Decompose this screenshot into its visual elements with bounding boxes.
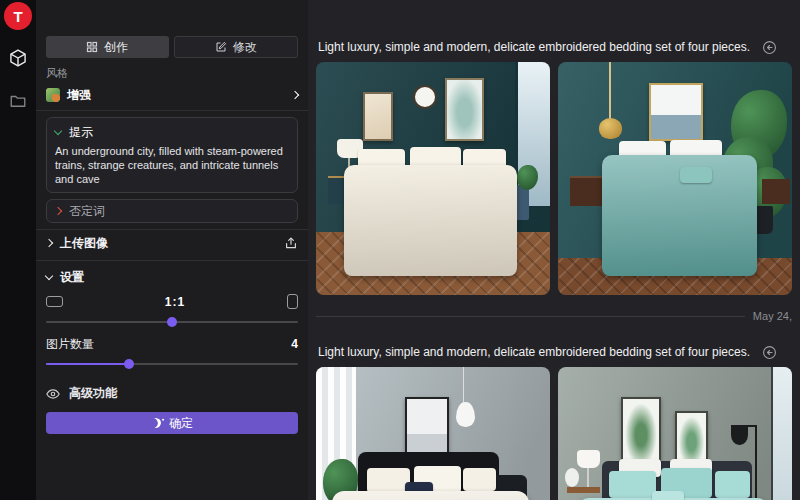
generated-image[interactable] [558,367,792,500]
image-count-label: 图片数量 [46,336,94,353]
app-logo[interactable]: T [4,2,32,30]
tab-modify-label: 修改 [233,39,257,56]
table-lamp [577,450,600,468]
left-rail: T [0,0,36,500]
image-caption: Light luxury, simple and modern, delicat… [318,40,750,54]
confirm-button[interactable]: 确定 [46,412,298,434]
divider [36,260,308,261]
floor-lamp-head [731,425,747,446]
pillow [609,471,656,499]
gallery: Light luxury, simple and modern, delicat… [308,0,800,500]
side-table [567,487,600,494]
portrait-ratio-icon[interactable] [287,294,298,309]
advanced-features-row[interactable]: 高级功能 [46,385,298,402]
pendant-cord [463,367,464,404]
folder-icon[interactable] [9,92,27,110]
style-section-label: 风格 [46,66,298,81]
image-count-value: 4 [291,337,298,351]
chevron-right-icon [54,207,62,215]
negative-prompt-box[interactable]: 否定词 [46,199,298,223]
caption-row: Light luxury, simple and modern, delicat… [316,38,792,56]
upload-icon[interactable] [284,236,298,250]
upload-label: 上传图像 [60,235,108,252]
generated-image[interactable] [558,62,792,295]
generated-image[interactable] [316,62,550,295]
wall-art [445,78,485,141]
style-selector[interactable]: 增强 [46,86,298,104]
lamp-stem [587,468,589,486]
generation-date: May 24, [753,310,792,322]
divider [36,229,308,230]
tab-modify[interactable]: 修改 [174,36,299,58]
settings-header[interactable]: 设置 [46,269,298,286]
pillow [652,491,685,500]
window [771,367,792,500]
wall-art [405,397,449,459]
prompt-header[interactable]: 提示 [55,124,289,141]
reuse-prompt-icon[interactable] [762,345,777,360]
image-count-row: 图片数量 4 [46,337,298,351]
edit-icon [215,41,227,53]
image-row [316,62,792,295]
tab-create[interactable]: 创作 [46,36,169,58]
wall-clock [413,85,437,109]
chevron-right-icon [45,239,53,247]
bed [344,165,517,277]
mode-tabs: 创作 修改 [46,36,298,58]
aspect-slider-thumb[interactable] [167,317,177,327]
bed [332,491,529,500]
settings-label: 设置 [60,269,84,286]
divider [36,110,308,111]
divider-line [316,316,745,317]
caption-row: Light luxury, simple and modern, delicat… [316,343,792,361]
advanced-label: 高级功能 [69,385,117,402]
pendant-lamp [599,118,622,139]
tab-create-label: 创作 [104,39,128,56]
aspect-ratio-value: 1:1 [63,295,287,309]
pendant-cord [609,62,611,120]
upload-image-row[interactable]: 上传图像 [46,232,298,254]
slider-fill [46,363,129,365]
chevron-down-icon [54,127,62,135]
negative-label: 否定词 [69,203,105,220]
date-divider-row: May 24, [316,309,792,323]
chevron-right-icon [291,91,299,99]
eye-icon [46,387,60,401]
count-slider-thumb[interactable] [124,359,134,369]
image-caption: Light luxury, simple and modern, delicat… [318,345,750,359]
prompt-box[interactable]: 提示 An underground city, filled with stea… [46,117,298,193]
cube-icon[interactable] [8,48,28,68]
landscape-ratio-icon[interactable] [46,296,63,307]
generation-panel: 创作 修改 风格 增强 提示 An underground city, fill… [36,0,308,500]
floor-lamp-stem [755,427,757,500]
pillow [367,468,409,493]
chevron-down-icon [45,272,53,280]
wall-art [363,92,393,141]
prompt-label: 提示 [69,124,93,141]
aspect-ratio-row: 1:1 [46,294,298,309]
pillow [715,471,750,499]
aspect-ratio-slider[interactable] [46,317,298,327]
nightstand [762,179,790,205]
reuse-prompt-icon[interactable] [762,40,777,55]
wall-art [649,83,703,141]
grid-icon [86,41,98,53]
confirm-label: 确定 [169,415,193,432]
pendant-lamp [456,402,475,427]
pillow [680,167,713,183]
style-thumbnail [46,88,60,102]
image-count-slider[interactable] [46,359,298,369]
flowers [565,468,579,486]
moon-icon [150,417,162,429]
prompt-input[interactable]: An underground city, filled with steam-p… [55,144,289,186]
generated-image[interactable] [316,367,550,500]
pillow [463,468,496,491]
style-value: 增强 [67,87,91,104]
image-row [316,367,792,500]
